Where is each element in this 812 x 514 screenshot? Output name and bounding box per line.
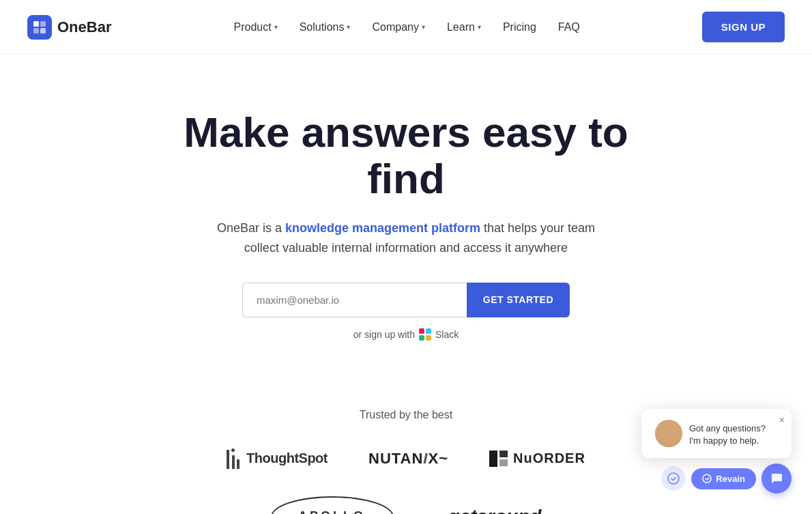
- chevron-down-icon: ▾: [274, 23, 278, 31]
- nav-company-label: Company: [372, 21, 418, 33]
- chevron-down-icon: ▾: [422, 23, 425, 31]
- svg-rect-2: [33, 28, 39, 33]
- nav-faq[interactable]: FAQ: [558, 21, 580, 33]
- getaround-text: getaround: [448, 506, 542, 514]
- nuorder-logo: NuORDER: [489, 451, 585, 467]
- nav-faq-label: FAQ: [558, 21, 580, 33]
- thoughtspot-logo: ThoughtSpot: [227, 448, 328, 469]
- nav-solutions[interactable]: Solutions ▾: [300, 21, 351, 33]
- svg-rect-0: [33, 21, 39, 27]
- logo-icon: [27, 15, 52, 40]
- close-icon[interactable]: ×: [779, 414, 785, 425]
- logos-row-2: APOLLO getaround: [27, 496, 785, 514]
- chat-popup: × Got any questions? I'm happy to help.: [641, 409, 792, 458]
- nuorder-text: NuORDER: [513, 451, 585, 466]
- thoughtspot-icon: [227, 448, 240, 469]
- avatar-face: [655, 420, 682, 447]
- nav-learn[interactable]: Learn ▾: [447, 21, 481, 33]
- nav-solutions-label: Solutions: [300, 21, 345, 33]
- svg-rect-1: [40, 21, 46, 27]
- hero-title: Make answers easy to find: [167, 109, 645, 202]
- nav-product-label: Product: [234, 21, 272, 33]
- nav-product[interactable]: Product ▾: [234, 21, 278, 33]
- svg-point-5: [703, 474, 711, 483]
- nav-links: Product ▾ Solutions ▾ Company ▾ Learn ▾ …: [234, 21, 580, 33]
- nutanix-logo: NUTANIX~: [368, 450, 448, 468]
- revain-button[interactable]: Revain: [691, 468, 756, 489]
- chevron-down-icon: ▾: [478, 23, 481, 31]
- hero-subtitle-prefix: OneBar is a: [217, 221, 285, 235]
- chat-message: Got any questions? I'm happy to help.: [689, 420, 778, 447]
- slack-label: Slack: [435, 329, 459, 340]
- slack-prefix: or sign up with: [353, 329, 415, 340]
- nutanix-text: NUTANIX~: [368, 450, 448, 468]
- svg-rect-3: [40, 28, 46, 33]
- svg-point-4: [668, 473, 679, 484]
- hero-subtitle: OneBar is a knowledge management platfor…: [208, 218, 604, 258]
- chevron-down-icon: ▾: [347, 23, 350, 31]
- apollo-logo: APOLLO: [271, 496, 394, 514]
- slack-icon: [419, 328, 431, 341]
- hero-subtitle-highlight: knowledge management platform: [285, 221, 480, 235]
- avatar: [655, 420, 682, 447]
- chat-widget: × Got any questions? I'm happy to help. …: [641, 409, 792, 494]
- hero-section: Make answers easy to find OneBar is a kn…: [0, 55, 812, 382]
- signup-button[interactable]: SIGN UP: [702, 12, 785, 42]
- logo-text: OneBar: [57, 18, 111, 36]
- revain-icon-button[interactable]: [661, 466, 686, 491]
- nav-learn-label: Learn: [447, 21, 475, 33]
- logo-link[interactable]: OneBar: [27, 15, 111, 40]
- navbar: OneBar Product ▾ Solutions ▾ Company ▾ L…: [0, 0, 812, 55]
- nav-company[interactable]: Company ▾: [372, 21, 424, 33]
- chat-bubble-button[interactable]: [762, 463, 792, 494]
- thoughtspot-text: ThoughtSpot: [246, 451, 328, 466]
- hero-form: GET STARTED: [242, 283, 570, 317]
- slack-signup: or sign up with Slack: [353, 328, 459, 341]
- nav-pricing-label: Pricing: [503, 21, 536, 33]
- getaround-logo: getaround: [448, 506, 542, 514]
- chat-actions: Revain: [661, 463, 792, 494]
- nav-pricing[interactable]: Pricing: [503, 21, 536, 33]
- nuorder-icon: [489, 451, 508, 467]
- email-input[interactable]: [242, 283, 467, 317]
- get-started-button[interactable]: GET STARTED: [467, 283, 570, 317]
- revain-label: Revain: [716, 474, 745, 484]
- apollo-text: APOLLO: [271, 496, 394, 514]
